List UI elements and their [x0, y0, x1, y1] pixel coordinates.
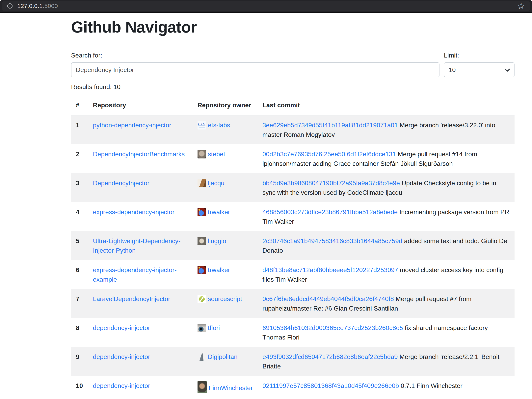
limit-select-wrap: 10 [444, 62, 514, 77]
repository-link[interactable]: DependencyInjectorBenchmarks [93, 151, 185, 158]
last-commit-cell: 69105384b61032d000365ee737cd2523b260c8e5… [258, 318, 514, 347]
table-row: 2DependencyInjectorBenchmarksstebet00d2b… [71, 144, 514, 173]
table-row: 8dependency-injectortflori69105384b61032… [71, 318, 514, 347]
repository-link[interactable]: express-dependency-injector-example [93, 266, 177, 283]
repository-link[interactable]: Ultra-Lightweight-Dependency-Injector-Py… [93, 237, 180, 254]
owner-cell: ETSets-labs [193, 115, 258, 145]
url-port: :5000 [43, 3, 58, 9]
owner-cell: Digipolitan [193, 347, 258, 376]
commit-hash-link[interactable]: 02111997e57c85801368f43a10d45f409e266e0b [262, 382, 399, 389]
repository-link[interactable]: dependency-injector [93, 353, 150, 360]
commit-hash-link[interactable]: 2c30746c1a91b4947583416c833b1644a85c759d [262, 237, 402, 245]
sourcescript-green-diamond-logo-icon [197, 295, 206, 303]
url-text[interactable]: 127.0.0.1:5000 [17, 3, 58, 9]
row-number: 4 [71, 202, 88, 231]
owner-cell: FinnWinchester [193, 376, 258, 398]
repository-link[interactable]: LaravelDependencyInjector [93, 295, 170, 302]
owner-link[interactable]: Digipolitan [208, 353, 237, 360]
header-number: # [71, 95, 88, 115]
repository-cell: dependency-injector [88, 347, 193, 376]
limit-select[interactable]: 10 [444, 62, 514, 77]
last-commit-cell: 0c67f6be8eddcd4449eb4044f5df0ca26f4740f8… [258, 289, 514, 318]
repository-cell: python-dependency-injector [88, 115, 193, 145]
trwalker-bird-photo-icon [197, 266, 206, 274]
repository-link[interactable]: express-dependency-injector [93, 209, 175, 215]
repository-link[interactable]: python-dependency-injector [93, 122, 171, 129]
row-number: 8 [71, 318, 88, 347]
limit-label: Limit: [444, 52, 514, 59]
owner-link[interactable]: tflori [208, 324, 220, 331]
omnibox[interactable]: 127.0.0.1:5000 ☆ [2, 0, 530, 11]
search-input[interactable] [71, 62, 439, 77]
row-number: 5 [71, 231, 88, 260]
table-row: 7LaravelDependencyInjectorsourcescript0c… [71, 289, 514, 318]
liuggio-photo-icon [197, 237, 206, 245]
header-last-commit: Last commit [258, 95, 514, 115]
page-title: Github Navigator [71, 18, 514, 36]
owner-link[interactable]: FinnWinchester [209, 384, 253, 392]
table-row: 1python-dependency-injectorETSets-labs3e… [71, 115, 514, 145]
url-host: 127.0.0.1 [17, 3, 43, 9]
tflori-eye-photo-icon [197, 324, 206, 332]
commit-hash-link[interactable]: 468856003c273dffce23b86791fbbe512a8ebede [262, 209, 398, 215]
commit-hash-link[interactable]: 3ee629eb5d7349d55f41b119aff81dd219071a01 [262, 122, 398, 129]
table-header-row: # Repository Repository owner Last commi… [71, 95, 514, 115]
row-number: 1 [71, 115, 88, 145]
limit-column: Limit: 10 [444, 52, 514, 77]
owner-link[interactable]: ljacqu [208, 179, 224, 187]
commit-hash-link[interactable]: d48f13be8ac712abf80bbeeee5f120227d253097 [262, 266, 398, 273]
row-number: 2 [71, 144, 88, 173]
table-row: 3DependencyInjectorljacqubb45d9e3b986080… [71, 173, 514, 202]
header-repository: Repository [88, 95, 193, 115]
commit-hash-link[interactable]: bb45d9e3b98608047190bf72a95fa9a37d8c4e9e [262, 179, 400, 187]
owner-link[interactable]: trwalker [208, 209, 230, 215]
last-commit-cell: 02111997e57c85801368f43a10d45f409e266e0b… [258, 376, 514, 398]
digipolitan-tower-logo-icon [197, 353, 206, 361]
commit-hash-link[interactable]: 69105384b61032d000365ee737cd2523b260c8e5 [262, 324, 403, 331]
row-number: 3 [71, 173, 88, 202]
owner-cell: stebet [193, 144, 258, 173]
last-commit-cell: d48f13be8ac712abf80bbeeee5f120227d253097… [258, 260, 514, 289]
last-commit-cell: 00d2b3c7e76935d76f25ee50f6d1f2ef6ddce131… [258, 144, 514, 173]
commit-hash-link[interactable]: e493f9032dfcd65047172b682e8b6eaf22c5bda9 [262, 353, 398, 360]
owner-link[interactable]: stebet [208, 151, 225, 158]
repository-cell: Ultra-Lightweight-Dependency-Injector-Py… [88, 231, 193, 260]
header-repository-owner: Repository owner [193, 95, 258, 115]
table-row: 4express-dependency-injectortrwalker4688… [71, 202, 514, 231]
main-content: Github Navigator Search for: Limit: 10 R… [71, 13, 514, 398]
browser-address-bar: 127.0.0.1:5000 ☆ [0, 0, 532, 13]
last-commit-cell: 3ee629eb5d7349d55f41b119aff81dd219071a01… [258, 115, 514, 145]
owner-link[interactable]: ets-labs [208, 122, 230, 129]
owner-link[interactable]: trwalker [208, 266, 230, 273]
owner-link[interactable]: liuggio [208, 237, 226, 245]
bookmark-star-icon[interactable]: ☆ [517, 2, 525, 10]
repository-cell: DependencyInjector [88, 173, 193, 202]
commit-hash-link[interactable]: 00d2b3c7e76935d76f25ee50f6d1f2ef6ddce131 [262, 151, 396, 158]
last-commit-cell: 2c30746c1a91b4947583416c833b1644a85c759d… [258, 231, 514, 260]
table-row: 10dependency-injectorFinnWinchester02111… [71, 376, 514, 398]
stebet-photo-icon [197, 150, 206, 159]
repository-cell: dependency-injector [88, 318, 193, 347]
repository-cell: express-dependency-injector-example [88, 260, 193, 289]
finnwinchester-photo-icon [197, 381, 207, 393]
repository-link[interactable]: DependencyInjector [93, 179, 150, 187]
row-number: 10 [71, 376, 88, 398]
ets-labs-logo-icon: ETS [197, 121, 206, 129]
table-row: 6express-dependency-injector-exampletrwa… [71, 260, 514, 289]
last-commit-cell: 468856003c273dffce23b86791fbbe512a8ebede… [258, 202, 514, 231]
ljacqu-photo-icon [197, 179, 206, 187]
owner-link[interactable]: sourcescript [208, 295, 242, 302]
repository-cell: DependencyInjectorBenchmarks [88, 144, 193, 173]
commit-message: 0.7.1 Finn Winchester [401, 382, 462, 389]
repository-cell: dependency-injector [88, 376, 193, 398]
search-label: Search for: [71, 52, 439, 59]
repository-link[interactable]: dependency-injector [93, 324, 150, 331]
row-number: 6 [71, 260, 88, 289]
last-commit-cell: bb45d9e3b98608047190bf72a95fa9a37d8c4e9e… [258, 173, 514, 202]
repository-cell: express-dependency-injector [88, 202, 193, 231]
commit-hash-link[interactable]: 0c67f6be8eddcd4449eb4044f5df0ca26f4740f8 [262, 295, 394, 302]
table-row: 9dependency-injectorDigipolitane493f9032… [71, 347, 514, 376]
repository-link[interactable]: dependency-injector [93, 382, 150, 389]
owner-cell: trwalker [193, 260, 258, 289]
site-info-icon[interactable] [7, 3, 13, 9]
